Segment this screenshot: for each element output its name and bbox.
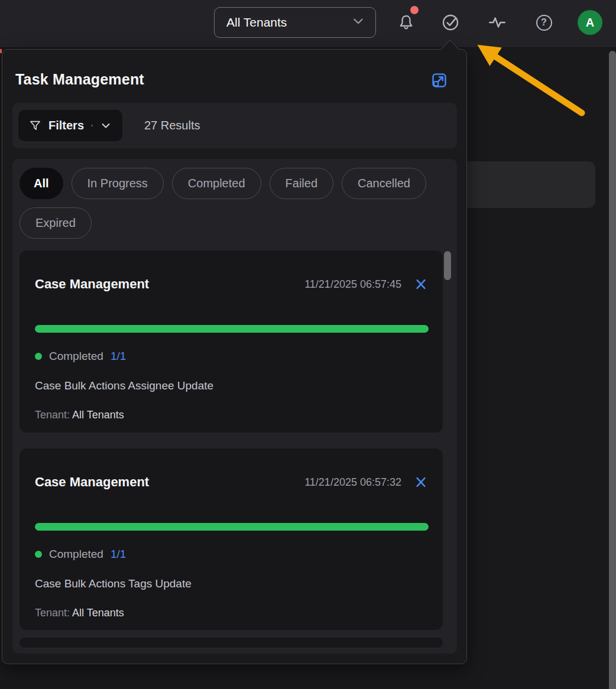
filters-toolbar: Filters 27 Results: [12, 103, 457, 148]
background-red-fragment: [0, 49, 2, 53]
filter-funnel-icon: [29, 119, 41, 132]
expand-panel-button[interactable]: [429, 71, 449, 90]
tenant-label: Tenant:: [35, 607, 70, 619]
status-filter-chips: All In Progress Completed Failed Cancell…: [12, 159, 457, 239]
progress-bar-fill: [35, 523, 429, 531]
status-dot: [35, 353, 42, 360]
task-list-container: All In Progress Completed Failed Cancell…: [12, 159, 457, 654]
help-button[interactable]: ?: [531, 9, 557, 35]
user-avatar[interactable]: A: [578, 10, 602, 35]
chip-label: In Progress: [87, 177, 148, 190]
task-card: Case Management 11/21/2025 06:57:45: [20, 251, 443, 433]
task-description: Case Bulk Actions Assignee Update: [35, 379, 429, 394]
top-header-bar: All Tenants ?: [0, 0, 616, 48]
chevron-down-icon: [352, 15, 365, 30]
task-title: Case Management: [35, 277, 304, 292]
chip-cancelled[interactable]: Cancelled: [342, 168, 426, 199]
question-mark-icon: ?: [536, 15, 552, 31]
chip-expired[interactable]: Expired: [20, 207, 92, 239]
tenant-value: All Tenants: [72, 409, 124, 421]
chip-completed[interactable]: Completed: [172, 168, 261, 199]
check-circle-icon: [441, 13, 460, 32]
close-icon: [414, 278, 427, 291]
task-card-partial: [20, 638, 443, 648]
close-icon: [414, 476, 427, 489]
expand-icon: [430, 72, 448, 89]
chip-all[interactable]: All: [20, 168, 63, 199]
page-title: Task Management: [15, 71, 144, 88]
notification-badge-dot: [410, 6, 419, 14]
chip-failed[interactable]: Failed: [270, 168, 333, 199]
filters-button[interactable]: Filters: [18, 110, 122, 141]
status-label: Completed: [49, 350, 103, 363]
filters-button-label: Filters: [48, 119, 84, 132]
chevron-down-icon: [100, 120, 112, 132]
avatar-initial: A: [586, 16, 594, 30]
task-list-scrollbar[interactable]: [444, 251, 451, 280]
task-timestamp: 11/21/2025 06:57:32: [304, 476, 401, 489]
chip-label: Expired: [35, 216, 76, 230]
page-scrollbar[interactable]: [609, 51, 616, 689]
question-mark-glyph: ?: [541, 17, 547, 28]
chip-label: All: [34, 177, 49, 190]
progress-bar: [35, 325, 429, 333]
progress-bar-fill: [35, 325, 429, 333]
tenant-selector-value: All Tenants: [226, 15, 352, 30]
bell-icon: [397, 14, 415, 31]
tenant-selector[interactable]: All Tenants: [214, 7, 376, 38]
task-timestamp: 11/21/2025 06:57:45: [304, 278, 401, 291]
chip-label: Completed: [188, 177, 245, 190]
notifications-button[interactable]: [393, 9, 419, 35]
chip-label: Cancelled: [358, 177, 410, 190]
dismiss-task-button[interactable]: [413, 474, 429, 490]
results-count: 27 Results: [144, 103, 200, 148]
chip-label: Failed: [286, 177, 317, 190]
task-management-popover: Task Management Filters 27 Results: [2, 49, 467, 664]
task-cards: Case Management 11/21/2025 06:57:45: [12, 251, 457, 648]
tenant-label: Tenant:: [35, 409, 70, 421]
progress-fraction: 1/1: [111, 350, 126, 363]
tenant-value: All Tenants: [72, 607, 124, 619]
activity-button[interactable]: [484, 9, 510, 35]
status-dot: [35, 551, 42, 558]
task-management-button[interactable]: [437, 9, 463, 35]
progress-bar: [35, 523, 429, 531]
app-root: All Tenants ?: [0, 0, 616, 689]
progress-fraction: 1/1: [111, 548, 126, 561]
status-label: Completed: [49, 548, 103, 561]
task-title: Case Management: [35, 474, 304, 490]
filters-separator-dot: [91, 125, 93, 126]
task-card: Case Management 11/21/2025 06:57:32: [20, 448, 443, 630]
pulse-icon: [488, 13, 507, 32]
task-description: Case Bulk Actions Tags Update: [35, 577, 429, 592]
dismiss-task-button[interactable]: [413, 277, 429, 292]
chip-in-progress[interactable]: In Progress: [72, 168, 164, 199]
